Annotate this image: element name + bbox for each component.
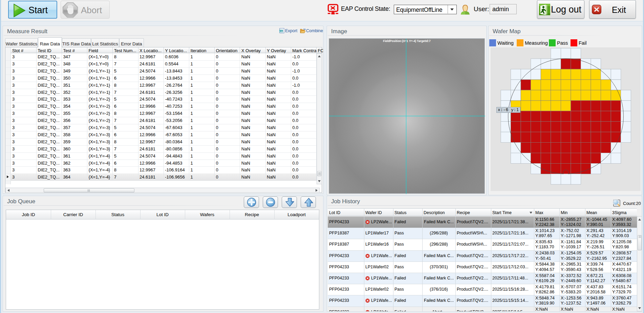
svg-text:CSV: CSV [279, 30, 283, 32]
